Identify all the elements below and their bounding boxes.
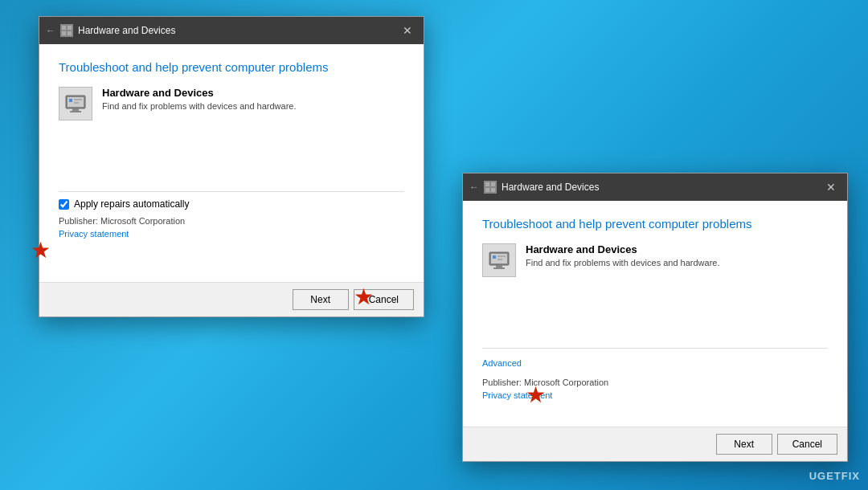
back-button-1[interactable]: ←: [46, 25, 55, 36]
item-text-group-1: Hardware and Devices Find and fix proble…: [102, 87, 297, 111]
cancel-button-2[interactable]: Cancel: [777, 434, 837, 455]
svg-rect-10: [74, 102, 79, 104]
svg-rect-18: [493, 267, 505, 269]
dialog-1: ← Hardware and Devices ✕ Troubleshoot an…: [39, 16, 424, 317]
item-desc-1: Find and fix problems with devices and h…: [102, 101, 297, 111]
checkbox-label-1: Apply repairs automatically: [74, 198, 189, 210]
hardware-item-1: Hardware and Devices Find and fix proble…: [59, 87, 404, 120]
dialog-content-1: Troubleshoot and help prevent computer p…: [39, 44, 424, 282]
svg-rect-14: [491, 188, 495, 192]
watermark: UGETFIX: [809, 470, 860, 482]
cancel-button-1[interactable]: Cancel: [354, 289, 414, 310]
troubleshoot-heading-2: Troubleshoot and help prevent computer p…: [482, 217, 828, 231]
svg-rect-9: [74, 99, 82, 100]
hardware-item-2: Hardware and Devices Find and fix proble…: [482, 243, 828, 277]
privacy-link-1[interactable]: Privacy statement: [59, 229, 129, 239]
svg-rect-3: [68, 31, 72, 35]
dialog-footer-2: Next Cancel: [463, 427, 847, 461]
divider-1: [59, 191, 404, 192]
back-button-2[interactable]: ←: [469, 182, 479, 193]
close-button-1[interactable]: ✕: [398, 22, 417, 39]
svg-rect-21: [497, 259, 502, 260]
item-title-2: Hardware and Devices: [526, 243, 720, 255]
checkbox-row-1: Apply repairs automatically: [59, 198, 404, 210]
next-button-2[interactable]: Next: [716, 434, 772, 455]
svg-rect-2: [62, 31, 66, 35]
hardware-icon-2: [482, 243, 516, 277]
item-text-group-2: Hardware and Devices Find and fix proble…: [526, 243, 720, 267]
title-icon-2: [484, 181, 497, 194]
dialog-content-2: Troubleshoot and help prevent computer p…: [463, 201, 847, 427]
dialog-title-2: Hardware and Devices: [502, 182, 821, 193]
svg-rect-12: [491, 182, 495, 186]
svg-rect-1: [68, 26, 72, 30]
next-button-1[interactable]: Next: [293, 289, 349, 310]
svg-rect-19: [493, 255, 496, 259]
svg-rect-0: [62, 26, 66, 30]
publisher-text-1: Publisher: Microsoft Corporation: [59, 216, 404, 226]
hardware-icon-1: [59, 87, 92, 120]
item-desc-2: Find and fix problems with devices and h…: [526, 258, 720, 267]
troubleshoot-heading-1: Troubleshoot and help prevent computer p…: [59, 60, 404, 74]
publisher-text-2: Publisher: Microsoft Corporation: [482, 378, 828, 387]
privacy-link-2[interactable]: Privacy statement: [482, 390, 552, 400]
divider-2: [482, 348, 828, 349]
svg-rect-7: [70, 111, 81, 112]
svg-rect-8: [69, 99, 72, 102]
svg-rect-13: [485, 188, 489, 192]
dialog-2: ← Hardware and Devices ✕ Troubleshoot an…: [462, 173, 848, 462]
dialog-footer-1: Next Cancel: [39, 282, 424, 316]
item-title-1: Hardware and Devices: [102, 87, 297, 99]
svg-rect-11: [485, 182, 489, 186]
dialog-title-1: Hardware and Devices: [78, 25, 398, 36]
titlebar-2: ← Hardware and Devices ✕: [463, 174, 847, 201]
svg-rect-6: [72, 108, 79, 111]
svg-rect-17: [496, 265, 502, 267]
svg-rect-20: [497, 255, 506, 257]
auto-repair-checkbox-1[interactable]: [59, 199, 69, 210]
title-icon-1: [60, 24, 73, 37]
titlebar-1: ← Hardware and Devices ✕: [39, 17, 424, 44]
advanced-link-2[interactable]: Advanced: [482, 358, 522, 368]
close-button-2[interactable]: ✕: [821, 179, 841, 195]
